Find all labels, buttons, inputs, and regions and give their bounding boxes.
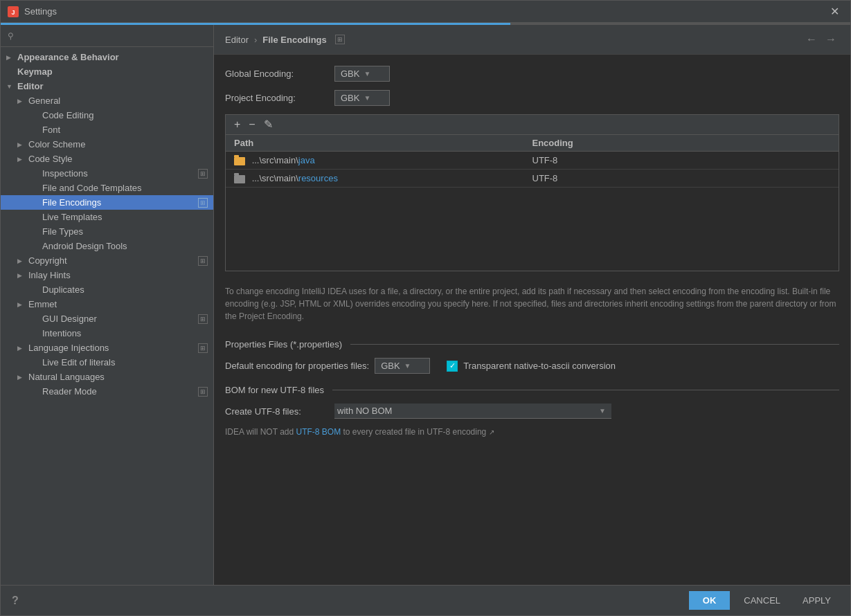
sidebar-label: Inlay Hints xyxy=(28,270,71,280)
nav-forward-button[interactable]: → xyxy=(823,32,839,47)
breadcrumb: Editor › File Encodings ⊞ xyxy=(225,35,345,45)
badge-icon: ⊞ xyxy=(198,343,208,353)
sidebar-item-duplicates[interactable]: Duplicates xyxy=(1,282,213,297)
dropdown-arrow-icon: ▼ xyxy=(364,70,370,78)
row-encoding-cell: UTF-8 xyxy=(532,173,831,183)
help-button[interactable]: ? xyxy=(12,595,19,607)
sidebar-label: Reader Mode xyxy=(42,386,97,397)
sidebar-item-android-design-tools[interactable]: Android Design Tools xyxy=(1,239,213,253)
path-text: ...\src\main\java xyxy=(252,155,315,165)
sidebar-item-intentions[interactable]: Intentions xyxy=(1,326,213,341)
nav-back-button[interactable]: ← xyxy=(803,32,820,47)
cancel-button[interactable]: CANCEL xyxy=(735,591,789,610)
footer-buttons: OK CANCEL APPLY xyxy=(689,591,839,610)
sidebar-label: Duplicates xyxy=(42,284,84,295)
divider-line xyxy=(332,390,839,390)
project-encoding-value: GBK xyxy=(341,93,359,103)
sidebar-item-editor[interactable]: ▼ Editor xyxy=(1,79,213,93)
external-link-icon[interactable]: ↗ xyxy=(489,428,494,436)
default-encoding-label: Default encoding for properties files: xyxy=(225,361,369,371)
title-bar: J Settings ✕ xyxy=(1,1,850,23)
sidebar-item-language-injections[interactable]: ▶ Language Injections ⊞ xyxy=(1,341,213,355)
transparent-conversion-checkbox[interactable]: ✓ xyxy=(447,361,458,372)
sidebar-item-color-scheme[interactable]: ▶ Color Scheme xyxy=(1,137,213,152)
row-encoding-cell: UTF-8 xyxy=(532,155,831,165)
sidebar-item-emmet[interactable]: ▶ Emmet xyxy=(1,297,213,311)
settings-window: J Settings ✕ ⚲ ▶ Appearance & Behavior xyxy=(0,0,851,616)
sidebar-label: Language Injections xyxy=(28,343,109,353)
arrow-icon: ▶ xyxy=(17,301,26,308)
sidebar-item-code-style[interactable]: ▶ Code Style xyxy=(1,152,213,166)
bom-note-highlight: UTF-8 BOM xyxy=(296,427,341,437)
sidebar-item-appearance[interactable]: ▶ Appearance & Behavior xyxy=(1,50,213,64)
create-utf8-row: Create UTF-8 files: with NO BOM ▼ xyxy=(225,404,839,419)
sidebar-item-reader-mode[interactable]: Reader Mode ⊞ xyxy=(1,384,213,399)
sidebar-item-live-templates[interactable]: Live Templates xyxy=(1,210,213,224)
sidebar-label: Font xyxy=(42,125,60,135)
sidebar-list: ▶ Appearance & Behavior Keymap ▼ Editor … xyxy=(1,47,213,585)
arrow-icon: ▶ xyxy=(17,272,26,279)
panel-body: Global Encoding: GBK ▼ Project Encoding:… xyxy=(214,55,850,585)
folder-yellow-icon xyxy=(234,157,245,165)
global-encoding-label: Global Encoding: xyxy=(225,69,329,79)
table-header: Path Encoding xyxy=(226,135,839,152)
dropdown-arrow-icon: ▼ xyxy=(404,362,411,370)
transparent-conversion-label: Transparent native-to-ascii conversion xyxy=(463,361,616,371)
path-text: ...\src\main\resources xyxy=(252,173,338,183)
search-box[interactable]: ⚲ xyxy=(1,25,213,47)
panel-header: Editor › File Encodings ⊞ ← → xyxy=(214,25,850,55)
ok-button[interactable]: OK xyxy=(689,591,731,610)
sidebar-label: Live Templates xyxy=(42,212,102,222)
remove-encoding-button[interactable]: − xyxy=(246,118,258,132)
global-encoding-dropdown[interactable]: GBK ▼ xyxy=(334,66,390,82)
sidebar-item-natural-languages[interactable]: ▶ Natural Languages xyxy=(1,370,213,384)
sidebar-item-file-encodings[interactable]: File Encodings ⊞ xyxy=(1,195,213,210)
apply-button[interactable]: APPLY xyxy=(794,591,839,610)
create-utf8-dropdown[interactable]: with NO BOM ▼ xyxy=(334,404,611,419)
close-button[interactable]: ✕ xyxy=(826,3,843,19)
sidebar-item-keymap[interactable]: Keymap xyxy=(1,64,213,79)
bom-section-divider: BOM for new UTF-8 files xyxy=(225,385,839,395)
row-path-cell: ...\src\main\java xyxy=(234,155,532,165)
arrow-icon: ▶ xyxy=(6,54,15,61)
search-input[interactable] xyxy=(18,30,206,41)
sidebar-label: GUI Designer xyxy=(42,314,97,324)
table-row[interactable]: ...\src\main\resources UTF-8 xyxy=(226,170,839,188)
sidebar-item-inspections[interactable]: Inspections ⊞ xyxy=(1,166,213,181)
sidebar-item-code-editing[interactable]: Code Editing xyxy=(1,108,213,123)
sidebar-item-copyright[interactable]: ▶ Copyright ⊞ xyxy=(1,253,213,268)
sidebar-item-file-code-templates[interactable]: File and Code Templates xyxy=(1,181,213,195)
arrow-icon: ▶ xyxy=(17,345,26,352)
sidebar-item-inlay-hints[interactable]: ▶ Inlay Hints xyxy=(1,268,213,282)
bom-section-label: BOM for new UTF-8 files xyxy=(225,385,324,395)
arrow-icon: ▶ xyxy=(17,156,26,163)
bom-note-suffix: to every created file in UTF-8 encoding xyxy=(341,427,486,437)
divider-line xyxy=(350,344,839,345)
dropdown-arrow-icon: ▼ xyxy=(599,407,606,415)
sidebar-item-file-types[interactable]: File Types xyxy=(1,224,213,239)
bom-note-prefix: IDEA will NOT add xyxy=(225,427,296,437)
sidebar-label: Natural Languages xyxy=(28,372,105,382)
transparent-conversion-row: ✓ Transparent native-to-ascii conversion xyxy=(447,361,616,372)
sidebar-item-font[interactable]: Font xyxy=(1,123,213,137)
add-encoding-button[interactable]: + xyxy=(231,118,243,132)
sidebar-label: Editor xyxy=(17,81,44,91)
default-encoding-dropdown[interactable]: GBK ▼ xyxy=(375,358,430,374)
app-icon: J xyxy=(8,6,19,17)
badge-icon: ⊞ xyxy=(198,387,208,397)
sidebar-item-live-edit-literals[interactable]: Live Edit of literals xyxy=(1,355,213,370)
sidebar-item-gui-designer[interactable]: GUI Designer ⊞ xyxy=(1,311,213,326)
main-panel: Editor › File Encodings ⊞ ← → Global Enc… xyxy=(214,25,850,585)
default-encoding-row: Default encoding for properties files: G… xyxy=(225,358,839,374)
search-icon: ⚲ xyxy=(8,31,14,41)
sidebar-item-general[interactable]: ▶ General xyxy=(1,93,213,108)
encodings-table: + − ✎ Path Encoding ...\src\main\java xyxy=(225,114,839,271)
sidebar-label: Appearance & Behavior xyxy=(17,52,119,62)
edit-encoding-button[interactable]: ✎ xyxy=(261,118,276,132)
table-row[interactable]: ...\src\main\java UTF-8 xyxy=(226,152,839,170)
table-empty-space xyxy=(226,188,839,271)
main-content: ⚲ ▶ Appearance & Behavior Keymap ▼ Edito xyxy=(1,25,850,585)
project-encoding-dropdown[interactable]: GBK ▼ xyxy=(334,90,390,106)
global-encoding-value: GBK xyxy=(341,69,359,79)
breadcrumb-separator: › xyxy=(254,35,257,45)
